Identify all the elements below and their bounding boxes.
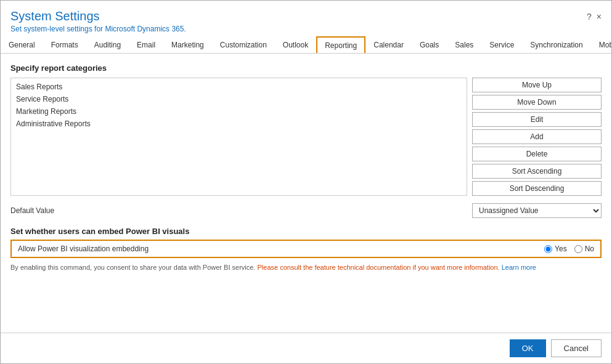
tab-mobile-client[interactable]: Mobile Client <box>591 36 611 54</box>
main-content: Specify report categories Sales Reports … <box>1 54 611 333</box>
tab-goals[interactable]: Goals <box>412 36 447 54</box>
radio-yes-input[interactable] <box>544 245 552 253</box>
tab-outlook[interactable]: Outlook <box>275 36 316 54</box>
powerbi-field-label: Allow Power BI visualization embedding <box>18 245 534 253</box>
cancel-button[interactable]: Cancel <box>551 339 602 357</box>
close-icon[interactable]: × <box>597 12 602 22</box>
tab-general[interactable]: General <box>1 36 43 54</box>
help-icon[interactable]: ? <box>587 12 592 22</box>
list-item[interactable]: Administrative Reports <box>11 118 467 130</box>
radio-yes-text: Yes <box>555 245 567 253</box>
tab-customization[interactable]: Customization <box>212 36 275 54</box>
title-bar: System Settings Set system-level setting… <box>1 1 611 36</box>
title-bar-left: System Settings Set system-level setting… <box>10 9 186 33</box>
tab-sales[interactable]: Sales <box>447 36 481 54</box>
powerbi-section-title: Set whether users can embed Power BI vis… <box>10 227 602 236</box>
radio-yes-label[interactable]: Yes <box>544 245 567 253</box>
tab-service[interactable]: Service <box>481 36 522 54</box>
sort-descending-button[interactable]: Sort Descending <box>472 181 602 196</box>
add-button[interactable]: Add <box>472 129 602 144</box>
list-item[interactable]: Service Reports <box>11 93 467 105</box>
dialog-footer: OK Cancel <box>1 333 611 363</box>
tabs-bar: General Formats Auditing Email Marketing… <box>1 36 611 54</box>
list-item[interactable]: Sales Reports <box>11 81 467 93</box>
dialog-title: System Settings <box>10 9 186 23</box>
system-settings-dialog: System Settings Set system-level setting… <box>0 0 612 364</box>
radio-no-text: No <box>585 245 594 253</box>
tab-formats[interactable]: Formats <box>43 36 86 54</box>
move-up-button[interactable]: Move Up <box>472 78 602 92</box>
move-down-button[interactable]: Move Down <box>472 95 602 110</box>
report-categories-title: Specify report categories <box>10 63 602 73</box>
sort-ascending-button[interactable]: Sort Ascending <box>472 164 602 179</box>
edit-button[interactable]: Edit <box>472 112 602 127</box>
action-buttons: Move Up Move Down Edit Add Delete Sort A… <box>472 78 602 196</box>
tab-email[interactable]: Email <box>129 36 163 54</box>
delete-button[interactable]: Delete <box>472 147 602 161</box>
report-categories-area: Sales Reports Service Reports Marketing … <box>10 78 602 196</box>
tab-calendar[interactable]: Calendar <box>365 36 412 54</box>
tab-synchronization[interactable]: Synchronization <box>522 36 590 54</box>
default-value-row: Default Value Unassigned Value Sales Rep… <box>10 203 602 218</box>
powerbi-radio-group: Yes No <box>544 245 594 253</box>
ok-button[interactable]: OK <box>510 339 546 357</box>
radio-no-label[interactable]: No <box>574 245 594 253</box>
tab-auditing[interactable]: Auditing <box>86 36 129 54</box>
default-value-dropdown-container: Unassigned Value Sales Reports Service R… <box>472 203 602 218</box>
powerbi-embed-row: Allow Power BI visualization embedding Y… <box>10 240 602 258</box>
report-categories-listbox[interactable]: Sales Reports Service Reports Marketing … <box>10 78 467 196</box>
tab-marketing[interactable]: Marketing <box>163 36 212 54</box>
title-bar-controls: ? × <box>587 12 602 22</box>
list-item[interactable]: Marketing Reports <box>11 105 467 118</box>
powerbi-notice: By enabling this command, you consent to… <box>10 263 602 272</box>
dialog-subtitle: Set system-level settings for Microsoft … <box>10 25 186 33</box>
default-value-label: Default Value <box>10 206 54 215</box>
radio-no-input[interactable] <box>574 245 582 253</box>
default-value-dropdown[interactable]: Unassigned Value Sales Reports Service R… <box>472 203 602 218</box>
learn-more-link[interactable]: Learn more <box>502 264 536 271</box>
tab-reporting[interactable]: Reporting <box>316 36 365 54</box>
